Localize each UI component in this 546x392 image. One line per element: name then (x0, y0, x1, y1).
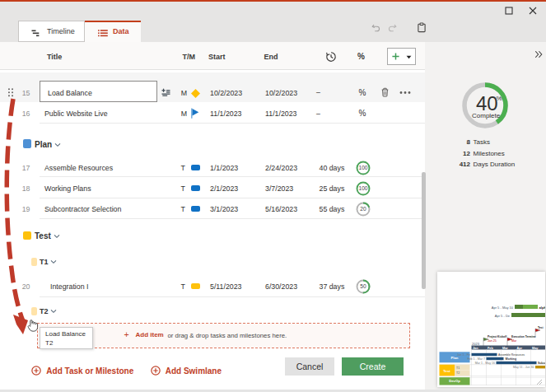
svg-text:May 11 - Jun 30: May 11 - Jun 30 (513, 366, 534, 369)
svg-text:Apr: Apr (517, 347, 523, 350)
svg-text:Mar 1 - May 16: Mar 1 - May 16 (475, 362, 495, 365)
svg-text:Mar: Mar (502, 347, 508, 350)
svg-text:100: 100 (358, 185, 367, 191)
svg-text:Jan 25: Jan 25 (488, 339, 497, 343)
svg-text:Mar: Mar (511, 339, 517, 343)
svg-text:Apr 5 - May 10: Apr 5 - May 10 (492, 306, 514, 310)
svg-text:20: 20 (360, 206, 366, 212)
svg-text:alpha: alpha (539, 306, 546, 310)
svg-text:T1: T1 (456, 366, 460, 370)
svg-text:Project Kickoff: Project Kickoff (488, 335, 507, 338)
svg-text:Feb: Feb (488, 347, 493, 350)
svg-text:Feb 1 - Mar 7: Feb 1 - Mar 7 (467, 357, 485, 361)
svg-text:T2: T2 (456, 371, 460, 375)
svg-text:Test: Test (538, 326, 544, 329)
svg-text:DevOp: DevOp (449, 379, 460, 383)
svg-text:Test: Test (443, 369, 450, 373)
svg-text:Jan: Jan (473, 347, 478, 350)
svg-text:Jan 1 - Fe: Jan 1 - Fe (457, 353, 470, 357)
svg-text:50: 50 (360, 283, 366, 289)
svg-text:May: May (532, 347, 539, 350)
svg-text:100: 100 (358, 165, 367, 170)
svg-text:Working: Working (506, 357, 517, 361)
svg-text:Apr 5 - De: Apr 5 - De (495, 314, 511, 318)
svg-text:2023: 2023 (472, 342, 480, 346)
svg-text:Subcont: Subcont (538, 362, 545, 365)
svg-text:Assemble Resources: Assemble Resources (498, 353, 525, 357)
svg-text:Execution Termine: Execution Termine (511, 335, 535, 338)
